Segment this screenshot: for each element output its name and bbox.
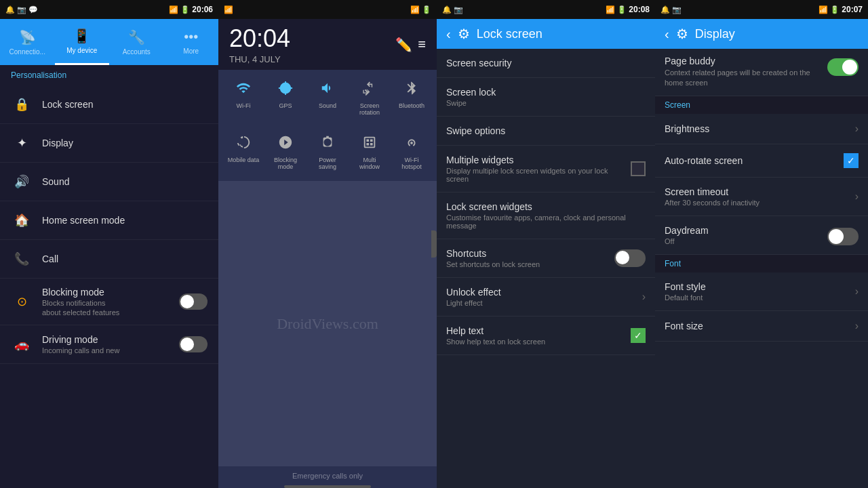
tab-connections-label: Connectio...: [9, 48, 45, 56]
quick-screen-rotation[interactable]: Screen rotation: [350, 75, 389, 121]
blocking-mode-toggle[interactable]: [179, 293, 208, 310]
p4-settings-gear-icon: ⚙: [676, 26, 688, 42]
display-title: Display: [42, 138, 208, 148]
p4-notification-icons: 🔔 📷: [660, 5, 682, 14]
checkbox-checked-icon: ✓: [631, 328, 646, 343]
page-buddy-toggle[interactable]: [827, 58, 859, 76]
brightness-chevron: ›: [855, 123, 859, 135]
menu-item-driving-mode[interactable]: 🚗 Driving mode Incoming calls and new: [0, 325, 218, 364]
menu-item-sound[interactable]: 🔊 Sound: [0, 163, 218, 201]
screen-timeout-title: Screen timeout: [665, 186, 850, 197]
screen-rotation-icon: [362, 81, 377, 100]
menu-item-lock-screen[interactable]: 🔒 Lock screen: [0, 85, 218, 124]
emergency-text: Emergency calls only: [292, 472, 363, 480]
panel-lock-screen: 🔔 📷 📶 🔋 20:08 ‹ ⚙ Lock screen Screen sec…: [437, 0, 655, 488]
p2-signal-bars: 📶: [410, 5, 420, 14]
settings-daydream[interactable]: Daydream Off: [655, 216, 868, 255]
p2-status-right: 📶 🔋: [410, 5, 431, 14]
brightness-title: Brightness: [665, 123, 850, 134]
settings-lock-screen-widgets[interactable]: Lock screen widgets Customise favourite …: [437, 192, 655, 239]
chevron-right-icon: ›: [642, 291, 646, 302]
screen-lock-title: Screen lock: [446, 87, 646, 98]
power-saving-label: Power saving: [311, 157, 344, 170]
gps-icon: [278, 81, 293, 100]
section-personalisation-label: Personalisation: [11, 70, 66, 80]
settings-auto-rotate[interactable]: Auto-rotate screen ✓: [655, 144, 868, 178]
bluetooth-icon: [404, 81, 419, 100]
connections-icon: 📡: [19, 29, 36, 45]
daydream-sub: Off: [665, 237, 827, 245]
status-right: 📶 🔋 20:06: [169, 5, 213, 14]
font-size-title: Font size: [665, 321, 850, 331]
status-bar-panel3: 🔔 📷 📶 🔋 20:08: [437, 0, 655, 19]
signal-icon: 📶: [169, 5, 178, 14]
menu-item-home-screen[interactable]: 🏠 Home screen mode: [0, 201, 218, 240]
display-page-title: Display: [695, 27, 859, 41]
driving-mode-toggle[interactable]: [179, 336, 208, 352]
daydream-toggle[interactable]: [827, 228, 859, 245]
settings-gear-icon: ⚙: [458, 26, 470, 42]
settings-font-size[interactable]: Font size ›: [655, 311, 868, 342]
quick-sound[interactable]: Sound: [308, 75, 347, 121]
quick-wifi[interactable]: Wi-Fi: [224, 75, 263, 121]
screen-security-text: Screen security: [446, 58, 646, 68]
call-icon: 📞: [11, 248, 33, 270]
shortcuts-sub: Set shortcuts on lock screen: [446, 260, 609, 268]
multi-window-label: Multi window: [353, 157, 387, 170]
auto-rotate-check[interactable]: ✓: [844, 153, 859, 168]
status-time-p1: 20:06: [192, 5, 213, 14]
settings-multiple-widgets[interactable]: Multiple widgets Display multiple lock s…: [437, 146, 655, 192]
back-button[interactable]: ‹: [446, 26, 451, 42]
settings-screen-timeout[interactable]: Screen timeout After 30 seconds of inact…: [655, 178, 868, 216]
shortcuts-toggle-switch[interactable]: [614, 249, 646, 267]
help-text-checkbox[interactable]: ✓: [631, 328, 646, 343]
quick-power-saving[interactable]: Power saving: [308, 129, 347, 176]
section-personalisation: Personalisation: [0, 65, 218, 85]
settings-swipe-options[interactable]: Swipe options: [437, 117, 655, 146]
power-saving-icon: [320, 135, 335, 154]
settings-unlock-effect[interactable]: Unlock effect Light effect ›: [437, 278, 655, 317]
multiple-widgets-checkbox[interactable]: [631, 161, 646, 176]
menu-item-call[interactable]: 📞 Call: [0, 240, 218, 279]
p2-signal-icon: 📶: [224, 5, 233, 14]
shortcuts-title: Shortcuts: [446, 248, 609, 259]
quick-blocking-mode[interactable]: Blocking mode: [266, 129, 305, 176]
settings-screen-lock[interactable]: Screen lock Swipe: [437, 78, 655, 117]
tab-accounts[interactable]: 🔧 Accounts: [109, 19, 164, 65]
quick-wifi-hotspot[interactable]: Wi-Fi hotspot: [392, 129, 431, 176]
p4-signal: 📶: [818, 5, 828, 14]
quick-multi-window[interactable]: Multi window: [350, 129, 389, 176]
p2-date: THU, 4 JULY: [229, 54, 290, 64]
tab-connections[interactable]: 📡 Connectio...: [0, 19, 55, 65]
checkbox-unchecked-icon: [631, 161, 646, 176]
settings-shortcuts[interactable]: Shortcuts Set shortcuts on lock screen: [437, 239, 655, 278]
settings-help-text[interactable]: Help text Show help text on lock screen …: [437, 317, 655, 355]
brightness-text: Brightness: [665, 123, 850, 134]
display-text: Display: [42, 138, 208, 148]
quick-gps[interactable]: GPS: [266, 75, 305, 121]
menu-item-display[interactable]: ✦ Display: [0, 124, 218, 163]
p3-status-right: 📶 🔋 20:08: [606, 5, 650, 14]
status-bar-panel2: 📶 📶 🔋: [218, 0, 437, 19]
settings-font-style[interactable]: Font style Default font ›: [655, 272, 868, 311]
quick-mobile-data[interactable]: Mobile data: [224, 129, 263, 176]
p4-back-button[interactable]: ‹: [665, 26, 669, 42]
tab-more[interactable]: ••• More: [164, 19, 219, 65]
unlock-effect-sub: Light effect: [446, 299, 637, 307]
tab-my-device[interactable]: 📱 My device: [55, 19, 110, 65]
driving-mode-icon: 🚗: [11, 333, 33, 355]
settings-screen-security[interactable]: Screen security: [437, 49, 655, 78]
menu-item-blocking-mode[interactable]: ⊙ Blocking mode Blocks notifications abo…: [0, 279, 218, 325]
p3-signal: 📶: [606, 5, 615, 14]
pencil-icon[interactable]: ✏️: [395, 37, 412, 53]
menu-icon[interactable]: ≡: [418, 37, 426, 53]
settings-page-buddy[interactable]: Page buddy Context related pages will be…: [655, 49, 868, 96]
p3-status-left: 🔔 📷: [442, 5, 463, 14]
display-icon: ✦: [11, 132, 33, 154]
tab-my-device-label: My device: [66, 47, 97, 54]
settings-brightness[interactable]: Brightness ›: [655, 114, 868, 144]
gps-label: GPS: [279, 102, 292, 109]
screen-security-title: Screen security: [446, 58, 646, 68]
shortcuts-toggle[interactable]: [614, 249, 646, 267]
quick-bluetooth[interactable]: Bluetooth: [392, 75, 431, 121]
